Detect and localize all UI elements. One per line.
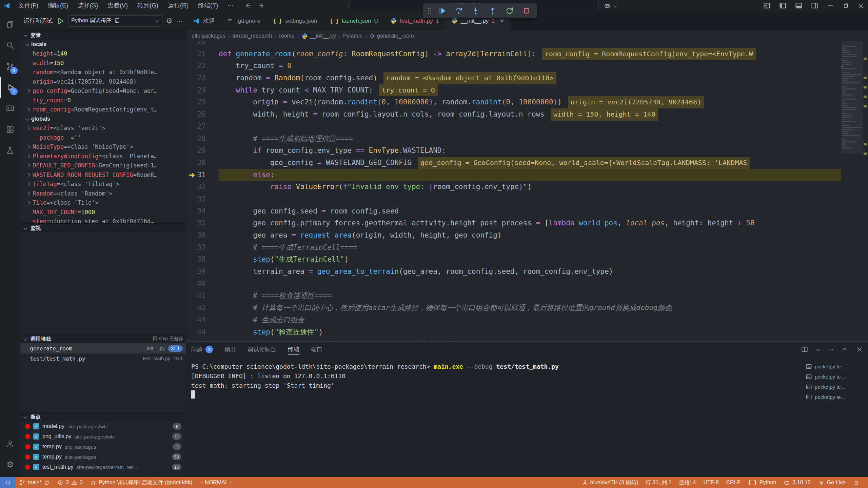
back-icon[interactable] (244, 2, 252, 9)
variable-row[interactable]: WASTELAND_ROOM_REQUEST_CONFIG = RoomR… (20, 170, 186, 180)
minimap[interactable] (841, 41, 863, 341)
code-line[interactable]: 39 terrain_area = geo_area_to_terrain(ge… (186, 266, 841, 278)
line-number[interactable]: 22 (186, 60, 219, 72)
breadcrumb-item[interactable]: Pylance (343, 33, 362, 39)
activity-run-and-debug[interactable]: 1 (0, 77, 20, 98)
tab-launch.json[interactable]: { }launch.jsonU (323, 11, 384, 30)
call-stack-section-header[interactable]: 调用堆栈 因 step 已暂停 (20, 334, 186, 343)
step-into-button[interactable] (468, 4, 483, 17)
terminal-session[interactable]: pocketpy te… (804, 392, 868, 402)
breadcrumb-item[interactable]: site-packages (192, 33, 225, 39)
line-number[interactable]: 27 (186, 121, 219, 133)
restart-button[interactable] (502, 4, 517, 17)
variable-row[interactable]: try_count = 0 (20, 96, 186, 105)
variable-row[interactable]: width = 150 (20, 58, 186, 68)
expander-icon[interactable] (26, 182, 33, 186)
breadcrumb[interactable]: site-packages›terrain_research›rooms›__i… (186, 30, 868, 41)
breadcrumb-item[interactable]: rooms (279, 33, 294, 39)
close-icon[interactable]: ✕ (500, 18, 504, 24)
breakpoint-checkbox[interactable]: ✓ (33, 433, 39, 440)
eol[interactable]: CRLF (723, 477, 744, 488)
code-line[interactable]: 43 # 生成出口组合 (186, 314, 841, 326)
expander-icon[interactable] (26, 107, 33, 112)
breakpoint-row[interactable]: ✓png_utils.pysite-packages\wfc11 (20, 431, 186, 442)
debug-gear-icon[interactable]: ⚙ (166, 17, 173, 25)
code-editor[interactable]: 2021def generate_room(room_config: RoomR… (186, 41, 868, 341)
tab-[interactable]: 欢迎 (186, 11, 221, 30)
code-line[interactable]: 33 (186, 193, 841, 205)
step-out-button[interactable] (485, 4, 500, 17)
split-terminal-icon[interactable] (801, 346, 808, 353)
code-line[interactable]: 32 raise ValueError(f"Invalid env type: … (186, 181, 841, 193)
line-number[interactable]: 24 (186, 84, 219, 97)
line-number[interactable]: 35 (186, 217, 219, 229)
line-number[interactable]: 34 (186, 205, 219, 218)
line-number[interactable]: 25 (186, 96, 219, 108)
debug-config-dropdown[interactable]: Python 调试程序: 启 (68, 15, 162, 27)
code-line[interactable]: 40 (186, 278, 841, 290)
line-number[interactable]: 39 (186, 266, 219, 278)
panel-tab-端口[interactable]: 端口 (311, 342, 322, 357)
breakpoint-checkbox[interactable]: ✓ (33, 464, 39, 470)
minimap-slider[interactable] (841, 41, 863, 153)
activity-testing[interactable] (0, 140, 20, 161)
variable-row[interactable]: Random = <class 'Random'> (20, 189, 186, 198)
variable-row[interactable]: origin = vec2i(7205730, 9024468) (20, 77, 186, 86)
code-line[interactable]: 31 else: (186, 169, 841, 181)
variable-row[interactable]: locals (20, 40, 186, 49)
code-line[interactable]: 44 step("检查连通性") (186, 326, 841, 339)
line-number[interactable]: 26 (186, 108, 219, 121)
breakpoint-checkbox[interactable]: ✓ (33, 444, 39, 450)
git-blame[interactable]: blueloveTH (3 周前) (578, 477, 642, 488)
code-line[interactable]: 37 # ====生成TerrainCell==== (186, 242, 841, 254)
terminal-output[interactable]: PS C:\computer_science\godot-ldtk\site-p… (186, 357, 804, 477)
variables-section-header[interactable]: 变量 (20, 30, 186, 40)
close-panel-icon[interactable] (856, 346, 863, 353)
variable-row[interactable]: Tile = <class 'Tile'> (20, 198, 186, 208)
python-version[interactable]: 3.10.10 (780, 477, 814, 488)
activity-extensions[interactable] (0, 119, 20, 140)
line-number[interactable]: 29 (186, 145, 219, 157)
code-line[interactable]: 23 random = Random(room_config.seed)rand… (186, 72, 841, 84)
panel-tab-输出[interactable]: 输出 (224, 342, 236, 357)
encoding[interactable]: UTF-8 (699, 477, 722, 488)
menu-item[interactable]: 转到(G) (133, 0, 163, 11)
variable-row[interactable]: geo_config = GeoConfig(seed=None, wor… (20, 86, 186, 96)
menu-item[interactable]: 查看(V) (103, 0, 133, 11)
line-number[interactable]: 32 (186, 181, 219, 193)
line-number[interactable]: 45 (186, 338, 219, 341)
code-line[interactable]: 38 step("生成TerrainCell") (186, 253, 841, 266)
code-line[interactable]: 27 (186, 121, 841, 133)
maximize-panel-icon[interactable] (841, 346, 848, 353)
variable-row[interactable]: PlanetaryWindConfig = <class 'Planeta… (20, 151, 186, 161)
line-number[interactable]: 31 (186, 169, 219, 181)
line-number[interactable]: 44 (186, 326, 219, 339)
menu-item[interactable]: 文件(F) (14, 0, 43, 11)
line-number[interactable]: 43 (186, 314, 219, 326)
line-number[interactable]: 38 (186, 253, 219, 266)
indentation[interactable]: 空格: 4 (675, 477, 700, 488)
vim-mode[interactable]: -- NORMAL -- (196, 477, 237, 488)
drag-handle[interactable] (426, 6, 432, 15)
notifications[interactable] (849, 477, 863, 488)
panel-tab-终端[interactable]: 终端 (288, 342, 299, 357)
code-line[interactable]: 41 # ====检查连通性==== (186, 290, 841, 302)
overview-ruler[interactable] (863, 41, 868, 341)
variable-row[interactable]: __package__ = '' (20, 133, 186, 142)
stop-button[interactable] (519, 4, 534, 17)
line-number[interactable]: 36 (186, 229, 219, 242)
code-line[interactable]: 34 geo_config.seed = room_config.seed (186, 205, 841, 218)
toggle-panel-icon[interactable] (795, 2, 803, 9)
code-line[interactable]: 42 # 计算每一个出口的中心，然后使用astar生成路径，确保每一个出口组合都… (186, 302, 841, 314)
activity-remote-explorer[interactable] (0, 98, 20, 119)
expander-icon[interactable] (26, 200, 33, 205)
breadcrumb-item[interactable]: terrain_research (233, 33, 272, 39)
expander-icon[interactable] (26, 126, 33, 130)
code-line[interactable]: 24 while try_count < MAX_TRY_COUNT:try_c… (186, 84, 841, 97)
line-number[interactable]: 37 (186, 242, 219, 254)
variable-row[interactable]: step = <function step at 0x1bf8d716d… (20, 217, 186, 224)
language-mode[interactable]: { }Python (744, 477, 780, 488)
activity-search[interactable] (0, 35, 20, 56)
code-line[interactable]: 28 # ====生成初始地理信息==== (186, 133, 841, 145)
dropdown[interactable] (816, 347, 821, 352)
